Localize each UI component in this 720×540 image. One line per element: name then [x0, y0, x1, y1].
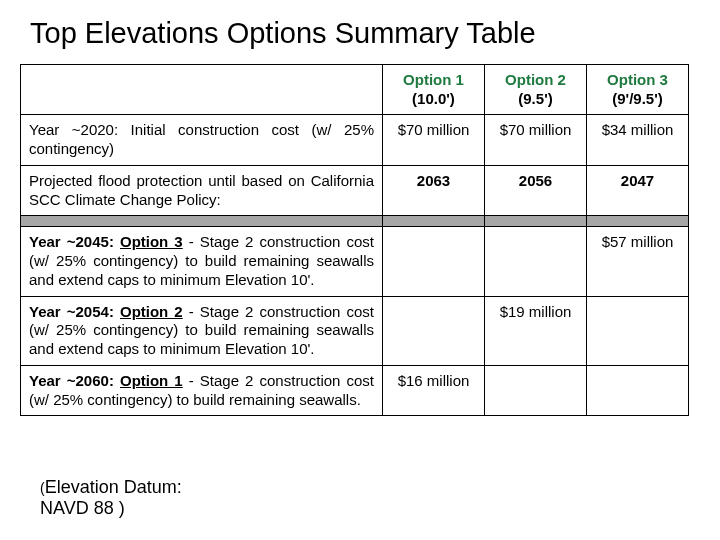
option-sub: (9'/9.5'): [595, 90, 680, 109]
option-text: Option 1: [120, 372, 183, 389]
year-text: Year ~2060:: [29, 372, 120, 389]
footer-note: (Elevation Datum: NAVD 88 ): [40, 477, 182, 520]
cell-opt2: $19 million: [485, 296, 587, 365]
option-name: Option 3: [595, 71, 680, 90]
slide-title: Top Elevations Options Summary Table: [30, 18, 700, 50]
row-label: Year ~2060: Option 1 - Stage 2 construct…: [21, 365, 383, 416]
option-sub: (10.0'): [391, 90, 476, 109]
cell-opt2: $70 million: [485, 115, 587, 166]
footer-line1: Elevation Datum:: [45, 477, 182, 497]
row-label: Projected flood protection until based o…: [21, 165, 383, 216]
row-label-a: Year ~2020:: [29, 121, 118, 138]
header-row: Option 1 (10.0') Option 2 (9.5') Option …: [21, 64, 689, 115]
cell-opt3: 2047: [587, 165, 689, 216]
cell-opt3: [587, 296, 689, 365]
year-text: Year ~2045:: [29, 233, 120, 250]
row-label: Year ~2054: Option 2 - Stage 2 construct…: [21, 296, 383, 365]
cell-opt1: $16 million: [383, 365, 485, 416]
cell-opt3: [587, 365, 689, 416]
summary-table: Option 1 (10.0') Option 2 (9.5') Option …: [20, 64, 689, 417]
row-initial-cost: Year ~2020: Initial construction cost (w…: [21, 115, 689, 166]
cell-opt1: 2063: [383, 165, 485, 216]
row-label: Year ~2020: Initial construction cost (w…: [21, 115, 383, 166]
option-name: Option 2: [493, 71, 578, 90]
cell-opt2: 2056: [485, 165, 587, 216]
year-text: Year ~2054:: [29, 303, 120, 320]
cell-opt3: $57 million: [587, 227, 689, 296]
row-stage2-option1: Year ~2060: Option 1 - Stage 2 construct…: [21, 365, 689, 416]
cell-opt2: [485, 365, 587, 416]
footer-line2: NAVD 88 ): [40, 498, 125, 518]
header-option-3: Option 3 (9'/9.5'): [587, 64, 689, 115]
option-text: Option 2: [120, 303, 183, 320]
header-option-1: Option 1 (10.0'): [383, 64, 485, 115]
slide: Top Elevations Options Summary Table Opt…: [0, 0, 720, 540]
row-stage2-option3: Year ~2045: Option 3 - Stage 2 construct…: [21, 227, 689, 296]
option-sub: (9.5'): [493, 90, 578, 109]
header-empty: [21, 64, 383, 115]
header-option-2: Option 2 (9.5'): [485, 64, 587, 115]
divider-row: [21, 216, 689, 227]
cell-opt2: [485, 227, 587, 296]
row-stage2-option2: Year ~2054: Option 2 - Stage 2 construct…: [21, 296, 689, 365]
option-text: Option 3: [120, 233, 183, 250]
cell-opt1: [383, 227, 485, 296]
row-label: Year ~2045: Option 3 - Stage 2 construct…: [21, 227, 383, 296]
row-projected-protection: Projected flood protection until based o…: [21, 165, 689, 216]
option-name: Option 1: [391, 71, 476, 90]
cell-opt1: [383, 296, 485, 365]
cell-opt3: $34 million: [587, 115, 689, 166]
cell-opt1: $70 million: [383, 115, 485, 166]
